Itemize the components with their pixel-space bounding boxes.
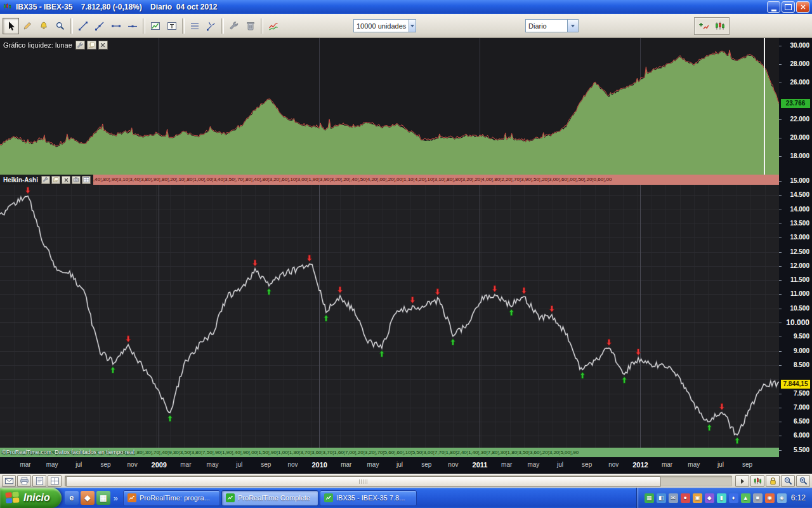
horizontal-scrollbar[interactable] — [65, 476, 732, 486]
month-label: may — [367, 461, 379, 468]
ha-settings-button[interactable] — [41, 176, 50, 184]
pattern-detect-tool-button[interactable] — [265, 18, 282, 34]
zoom-out-button[interactable] — [781, 475, 795, 487]
liquidity-chart-canvas[interactable] — [0, 38, 779, 175]
mail-button[interactable] — [2, 475, 16, 487]
quick-launch-icon-1[interactable]: e — [65, 491, 79, 505]
tray-icon-12[interactable]: ◈ — [777, 493, 787, 503]
tray-icon-11[interactable]: ◉ — [765, 493, 775, 503]
chart-style-button[interactable] — [750, 475, 764, 487]
maximize-button[interactable] — [782, 1, 795, 13]
window-titlebar[interactable]: IBX35 - IBEX-35 7.812,80 (-0,18%) Diario… — [0, 0, 812, 14]
axis-tick — [779, 252, 782, 253]
pitchfork-tool-button[interactable] — [203, 18, 219, 34]
chart-style-button[interactable] — [712, 18, 728, 34]
wrench-tool-button[interactable] — [226, 18, 242, 34]
drawing-tools-group — [3, 18, 282, 34]
ray-tool-button[interactable] — [91, 18, 108, 34]
tray-icon-1[interactable]: ▦ — [645, 493, 654, 503]
tray-icon-2[interactable]: ◧ — [657, 493, 666, 503]
price-label: 5.500 — [794, 446, 809, 454]
taskbar-window-button-1[interactable]: ProRealTime: progra... — [123, 490, 220, 506]
hline-tool-button[interactable] — [124, 18, 141, 34]
segment-tool-button[interactable] — [108, 18, 124, 34]
scroll-right-button[interactable] — [735, 475, 749, 487]
month-label: may — [688, 461, 700, 468]
liquidity-close-button[interactable] — [98, 41, 108, 50]
tray-icon-10[interactable]: ■ — [753, 493, 763, 503]
pencil-tool-button[interactable] — [19, 18, 36, 34]
dropdown-arrow-icon[interactable] — [409, 20, 416, 32]
tray-icon-4[interactable]: ● — [681, 493, 690, 503]
trendline-tool-button[interactable] — [75, 18, 91, 34]
tray-icon-5[interactable]: ▣ — [693, 493, 702, 503]
ha-close-button[interactable] — [62, 176, 70, 184]
last-price-badge: 7.844,15 — [780, 379, 811, 389]
month-label: sep — [421, 461, 431, 468]
axis-tick — [779, 210, 782, 210]
indicator-window-tool-button[interactable] — [147, 18, 164, 34]
units-dropdown[interactable]: 10000 unidades — [353, 19, 416, 32]
price-label: 6.000 — [794, 432, 809, 439]
price-label: 12.000 — [790, 262, 809, 270]
text-note-tool-button[interactable] — [164, 18, 180, 34]
date-axis[interactable]: marmayjulsepnov2009marmayjulsepnov2010ma… — [0, 457, 779, 474]
tray-icon-7[interactable]: ▮ — [717, 493, 726, 503]
chart-style-group — [694, 17, 730, 35]
layout-button[interactable] — [48, 475, 62, 487]
ha-split-button[interactable] — [82, 176, 91, 184]
price-label: 13.500 — [790, 220, 809, 227]
quick-launch-icon-3[interactable]: ▦ — [96, 491, 110, 505]
price-label: 14.500 — [790, 191, 809, 199]
tray-icon-9[interactable]: ▲ — [741, 493, 750, 503]
zoom-in-button[interactable] — [796, 475, 810, 487]
year-label: 2010 — [311, 461, 327, 469]
month-label: mar — [341, 461, 351, 468]
month-label: nov — [128, 461, 138, 468]
liquidity-settings-button[interactable] — [75, 41, 85, 50]
taskbar-window-button-2[interactable]: ProRealTime Complete — [221, 490, 318, 506]
zoom-tool-button[interactable] — [52, 18, 69, 34]
price-label: 20.000 — [790, 134, 809, 142]
tray-icon-6[interactable]: ◆ — [705, 493, 714, 503]
axis-tick — [779, 422, 782, 422]
period-dropdown[interactable]: Diario — [525, 19, 579, 32]
print-button[interactable] — [17, 475, 31, 487]
price-axis[interactable]: 30.00028.00026.00022.00020.00018.00015.0… — [779, 38, 812, 474]
scrollbar-thumb[interactable] — [66, 476, 661, 487]
pointer-tool-button[interactable] — [3, 18, 19, 34]
trash-tool-button[interactable] — [242, 18, 259, 34]
price-label: 26.000 — [790, 79, 809, 86]
minimize-button[interactable] — [767, 1, 780, 13]
liquidity-copy-button[interactable] — [87, 41, 96, 50]
heikin-ashi-chart-canvas[interactable] — [0, 185, 779, 448]
copyright-text: ©ProRealTime.com. Datos facilitados en t… — [2, 448, 134, 457]
trading-app-window: IBX35 - IBEX-35 7.812,80 (-0,18%) Diario… — [0, 0, 812, 508]
tray-icon-3[interactable]: ✉ — [669, 493, 678, 503]
add-indicator-button[interactable] — [696, 18, 711, 34]
units-dropdown-value: 10000 unidades — [354, 22, 409, 30]
price-label: 7.500 — [794, 390, 809, 398]
price-label: 11.500 — [790, 276, 809, 284]
taskbar-window-button-3[interactable]: IBX35 - IBEX-35 7.8... — [320, 490, 417, 506]
price-label: 12.500 — [790, 248, 809, 256]
heikin-ashi-buttons — [41, 176, 91, 184]
dropdown-arrow-icon[interactable] — [567, 20, 578, 32]
axis-tick — [779, 224, 782, 224]
quick-launch-overflow-chevron[interactable]: » — [112, 493, 119, 503]
maximize-icon — [785, 4, 792, 10]
ha-snapshot-button[interactable] — [72, 176, 81, 184]
tray-icon-8[interactable]: ♦ — [729, 493, 738, 503]
start-button[interactable]: Inicio — [0, 488, 62, 508]
axis-tick — [779, 309, 782, 309]
axis-tick — [779, 119, 782, 120]
price-label: 11.000 — [790, 290, 809, 298]
lock-button[interactable] — [766, 475, 780, 487]
ha-copy-button[interactable] — [51, 176, 60, 184]
report-button[interactable] — [32, 475, 46, 487]
quick-launch-icon-2[interactable]: ◆ — [81, 491, 95, 505]
alarm-tool-button[interactable] — [36, 18, 52, 34]
close-button[interactable] — [796, 1, 809, 13]
axis-tick — [779, 280, 782, 281]
fibonacci-tool-button[interactable] — [187, 18, 203, 34]
